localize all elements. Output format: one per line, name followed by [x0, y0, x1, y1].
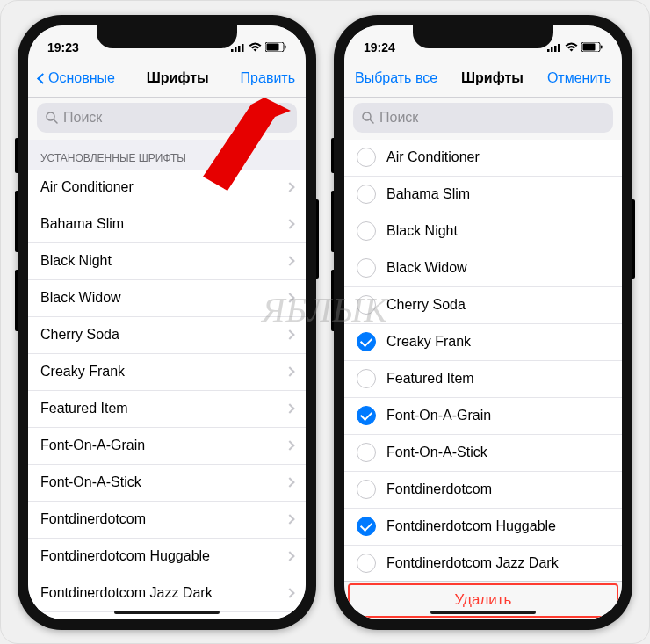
font-label: Creaky Frank: [40, 364, 286, 380]
chevron-right-icon: [285, 182, 294, 192]
search-icon: [46, 112, 58, 124]
font-label: Air Conditioner: [386, 149, 610, 165]
font-label: Font-On-A-Stick: [386, 445, 610, 460]
checkbox-empty-icon[interactable]: [357, 148, 376, 167]
checkbox-checked-icon[interactable]: [357, 517, 376, 536]
font-label: Featured Item: [386, 371, 610, 387]
font-row[interactable]: Fontdinerdotcom Huggable: [28, 539, 306, 575]
chevron-right-icon: [285, 440, 294, 450]
font-label: Air Conditioner: [40, 179, 286, 195]
font-row-edit[interactable]: Font-On-A-Grain: [344, 398, 622, 435]
page-title: Шрифты: [461, 70, 524, 86]
checkbox-empty-icon[interactable]: [357, 443, 376, 462]
signal-icon: [547, 43, 561, 52]
back-button[interactable]: Основные: [39, 70, 115, 86]
home-indicator: [430, 611, 536, 614]
font-row[interactable]: Bahama Slim: [28, 206, 306, 243]
font-label: Cherry Soda: [386, 297, 610, 313]
font-label: Black Widow: [40, 290, 286, 306]
font-row-edit[interactable]: Bahama Slim: [344, 177, 622, 213]
edit-button[interactable]: Править: [241, 70, 295, 86]
checkbox-empty-icon[interactable]: [357, 369, 376, 388]
nav-bar: Выбрать все Шрифты Отменить: [344, 61, 622, 98]
font-row-edit[interactable]: Font-On-A-Stick: [344, 435, 622, 472]
font-row[interactable]: Creaky Frank: [28, 354, 306, 391]
font-label: Bahama Slim: [386, 186, 610, 202]
status-time: 19:24: [364, 40, 395, 54]
checkbox-empty-icon[interactable]: [357, 480, 376, 499]
font-row-edit[interactable]: Fontdinerdotcom Huggable: [344, 509, 622, 546]
font-row-edit[interactable]: Black Widow: [344, 250, 622, 287]
chevron-right-icon: [285, 588, 294, 597]
font-row[interactable]: Font-On-A-Stick: [28, 465, 306, 502]
chevron-right-icon: [285, 551, 294, 561]
font-row-edit[interactable]: Creaky Frank: [344, 324, 622, 361]
svg-rect-0: [231, 49, 234, 52]
checkbox-empty-icon[interactable]: [357, 185, 376, 204]
svg-rect-11: [554, 46, 557, 52]
search-input[interactable]: Поиск: [353, 103, 613, 133]
nav-bar: Основные Шрифты Править: [28, 61, 306, 98]
font-label: Fontdinerdotcom Huggable: [386, 518, 610, 534]
select-all-button[interactable]: Выбрать все: [355, 70, 437, 86]
font-label: Font-On-A-Grain: [40, 438, 286, 453]
font-row-edit[interactable]: Black Night: [344, 213, 622, 250]
font-list-edit[interactable]: Air ConditionerBahama SlimBlack NightBla…: [344, 140, 622, 581]
font-label: Fontdinerdotcom: [40, 511, 286, 527]
font-label: Black Night: [40, 253, 286, 269]
chevron-right-icon: [285, 477, 294, 487]
chevron-right-icon: [285, 256, 294, 265]
search-placeholder: Поиск: [379, 110, 418, 126]
font-row-edit[interactable]: Cherry Soda: [344, 287, 622, 324]
notch: [97, 25, 237, 48]
page-title: Шрифты: [147, 70, 209, 86]
svg-line-8: [54, 119, 57, 123]
font-label: Black Widow: [386, 260, 610, 276]
section-header: УСТАНОВЛЕННЫЕ ШРИФТЫ: [28, 140, 306, 170]
checkbox-empty-icon[interactable]: [357, 295, 376, 315]
phone-right: 19:24 Выбрать все Шрифты Отменить Поиск …: [334, 15, 632, 630]
svg-rect-14: [583, 44, 596, 51]
font-label: Black Night: [386, 223, 610, 239]
font-row[interactable]: Font-On-A-Grain: [28, 428, 306, 465]
chevron-right-icon: [285, 403, 294, 413]
checkbox-empty-icon[interactable]: [357, 554, 376, 573]
font-row-edit[interactable]: Fontdinerdotcom: [344, 472, 622, 509]
chevron-left-icon: [37, 73, 48, 84]
font-label: Font-On-A-Stick: [40, 474, 286, 490]
font-row[interactable]: Cherry Soda: [28, 317, 306, 354]
search-icon: [362, 112, 374, 124]
font-row-edit[interactable]: Air Conditioner: [344, 140, 622, 177]
font-row-edit[interactable]: Featured Item: [344, 361, 622, 398]
checkbox-checked-icon[interactable]: [357, 406, 376, 425]
checkbox-checked-icon[interactable]: [357, 332, 376, 351]
checkbox-empty-icon[interactable]: [357, 221, 376, 241]
search-input[interactable]: Поиск: [37, 103, 297, 133]
font-row[interactable]: Fontdinerdotcom: [28, 502, 306, 539]
phone-left: 19:23 Основные Шрифты Править Поиск УСТА…: [18, 15, 316, 630]
chevron-right-icon: [285, 219, 294, 228]
wifi-icon: [249, 42, 262, 52]
chevron-right-icon: [285, 293, 294, 302]
font-row[interactable]: Black Night: [28, 243, 306, 280]
back-label: Основные: [48, 70, 115, 86]
font-label: Cherry Soda: [40, 327, 286, 343]
svg-rect-10: [551, 47, 553, 52]
search-bar: Поиск: [344, 98, 622, 140]
notch: [413, 25, 553, 48]
font-row[interactable]: Featured Item: [28, 391, 306, 428]
font-label: Fontdinerdotcom Huggable: [40, 548, 286, 564]
svg-rect-1: [235, 47, 237, 52]
checkbox-empty-icon[interactable]: [357, 258, 376, 278]
cancel-button[interactable]: Отменить: [547, 70, 611, 86]
font-row[interactable]: Air Conditioner: [28, 170, 306, 206]
font-row[interactable]: Fontdinerdotcom Jazz Dark: [28, 575, 306, 612]
font-list[interactable]: Air ConditionerBahama SlimBlack NightBla…: [28, 170, 306, 619]
svg-line-17: [370, 119, 373, 123]
font-row[interactable]: Black Widow: [28, 280, 306, 317]
font-label: Fontdinerdotcom Jazz Dark: [40, 585, 286, 601]
battery-icon: [265, 42, 286, 52]
font-row-edit[interactable]: Fontdinerdotcom Jazz Dark: [344, 546, 622, 581]
svg-rect-2: [238, 46, 241, 52]
home-indicator: [114, 611, 220, 614]
